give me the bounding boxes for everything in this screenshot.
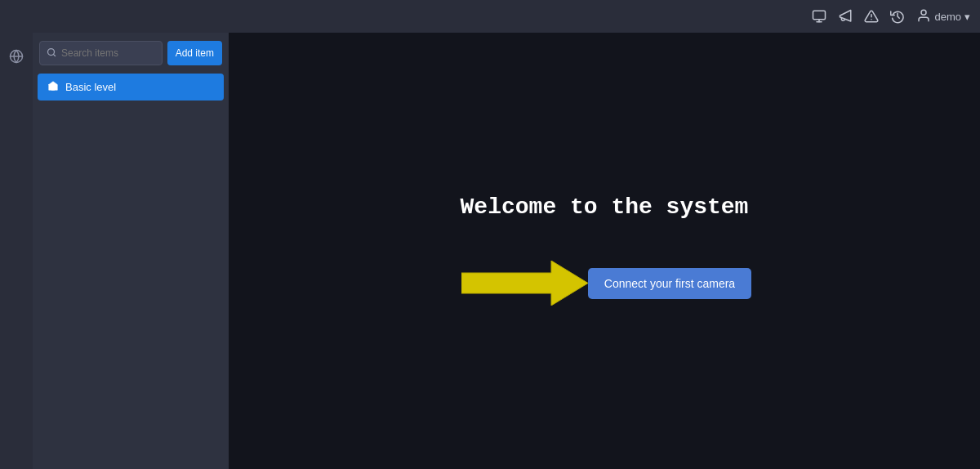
add-item-button[interactable]: Add item	[167, 41, 222, 65]
search-box[interactable]	[39, 41, 163, 65]
search-input[interactable]	[61, 47, 155, 59]
user-menu[interactable]: demo ▾	[916, 8, 970, 25]
sidebar: Add item Basic level	[33, 33, 229, 469]
main-content: Welcome to the system Connect your first…	[229, 33, 980, 469]
megaphone-icon[interactable]	[838, 9, 853, 24]
top-navbar: demo ▾	[0, 0, 980, 33]
sidebar-top: Add item	[33, 33, 229, 74]
svg-line-9	[53, 54, 55, 56]
download-icon[interactable]	[812, 9, 826, 24]
globe-icon[interactable]	[4, 44, 29, 72]
home-icon	[47, 80, 59, 94]
svg-rect-0	[813, 11, 826, 20]
search-icon	[47, 47, 56, 60]
arrow-container	[457, 259, 588, 308]
welcome-title: Welcome to the system	[461, 194, 749, 220]
main-layout: Add item Basic level Welcome to the syst…	[0, 33, 980, 469]
sidebar-item-label: Basic level	[65, 81, 116, 93]
icon-bar	[0, 33, 33, 469]
user-name-label: demo	[934, 11, 961, 23]
svg-marker-11	[461, 261, 588, 306]
warning-icon[interactable]	[864, 9, 879, 24]
cta-row: Connect your first camera	[457, 259, 751, 308]
connect-camera-button[interactable]: Connect your first camera	[588, 268, 751, 299]
svg-rect-10	[51, 87, 55, 90]
user-avatar-icon	[916, 8, 931, 25]
history-icon[interactable]	[890, 9, 905, 24]
svg-point-5	[921, 10, 926, 15]
navbar-icons: demo ▾	[812, 8, 970, 25]
sidebar-item-basic-level[interactable]: Basic level	[38, 74, 224, 100]
yellow-arrow-icon	[461, 261, 588, 306]
chevron-down-icon: ▾	[964, 11, 970, 23]
